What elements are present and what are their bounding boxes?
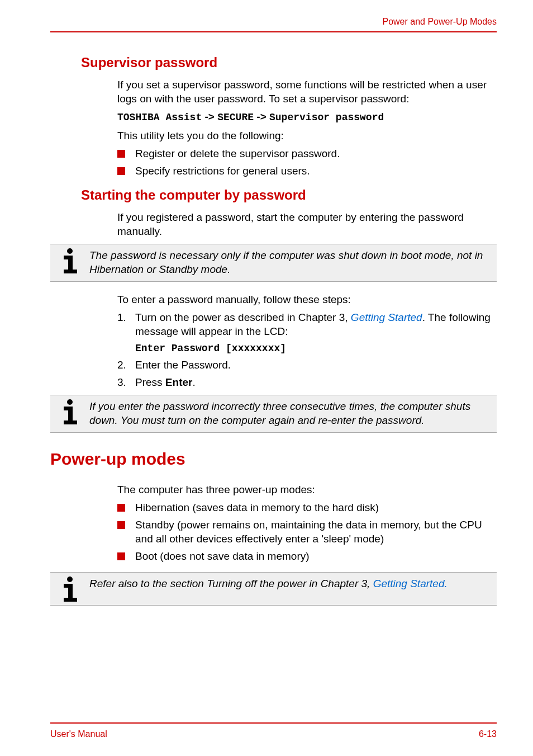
path-arrow-2: -> [254,111,269,122]
supervisor-utility-text: This utility lets you do the following: [117,129,497,143]
svg-rect-10 [68,584,73,598]
info-callout-turning-off: Refer also to the section Turning off th… [50,572,497,606]
supervisor-bullet-list: Register or delete the supervisor passwo… [117,147,497,178]
svg-rect-2 [68,256,73,270]
footer-rule [50,722,497,724]
supervisor-path: TOSHIBA Assist -> SECURE -> Supervisor p… [117,110,497,124]
path-arrow-1: -> [202,111,217,122]
list-item: Enter the Password. [117,358,497,372]
header-section-name: Power and Power-Up Modes [50,17,497,27]
step-text-post: . [192,376,195,388]
step-text-pre: Press [135,376,165,388]
footer-manual-name: User's Manual [50,729,107,739]
list-item: Boot (does not save data in memory) [117,550,497,564]
info-icon [50,248,89,273]
starting-intro-text: If you registered a password, start the … [117,211,497,238]
list-item: Register or delete the supervisor passwo… [117,147,497,161]
power-up-modes-heading: Power-up modes [50,450,497,469]
svg-rect-6 [68,407,73,420]
page-footer: User's Manual 6-13 [50,722,497,739]
footer-page-number: 6-13 [479,729,497,739]
list-item: Press Enter. [117,376,497,390]
callout-text: The password is necessary only if the co… [89,248,491,277]
callout-text-pre: Refer also to the section Turning off th… [89,578,373,589]
info-icon [50,576,89,602]
getting-started-link[interactable]: Getting Started. [373,578,448,589]
info-icon [50,399,89,424]
path-part-3: Supervisor password [269,112,384,123]
list-item: Specify restrictions for general users. [117,164,497,178]
callout-text: If you enter the password incorrectly th… [89,399,491,428]
enter-password-prompt: Enter Password [xxxxxxxx] [135,342,497,355]
step-text-pre: Turn on the power as described in Chapte… [135,311,351,323]
list-item: Turn on the power as described in Chapte… [117,311,497,355]
svg-point-4 [67,399,73,405]
svg-point-0 [67,248,73,254]
list-item: Standby (power remains on, maintaining t… [117,518,497,546]
power-up-bullet-list: Hibernation (saves data in memory to the… [117,501,497,563]
svg-rect-11 [64,598,77,602]
supervisor-intro-text: If you set a supervisor password, some f… [117,78,497,106]
path-part-2: SECURE [217,112,254,123]
callout-text: Refer also to the section Turning off th… [89,576,491,592]
svg-rect-7 [64,420,77,424]
info-callout-boot-mode: The password is necessary only if the co… [50,244,497,281]
path-part-1: TOSHIBA Assist [117,112,202,123]
svg-rect-3 [64,270,77,273]
power-up-intro-text: The computer has three power-up modes: [117,483,497,497]
supervisor-password-heading: Supervisor password [81,55,497,70]
svg-point-8 [67,577,73,582]
info-callout-wrong-password: If you enter the password incorrectly th… [50,395,497,432]
password-steps-list: Turn on the power as described in Chapte… [117,311,497,389]
header-rule [50,31,497,32]
enter-password-steps-text: To enter a password manually, follow the… [117,293,497,307]
getting-started-link[interactable]: Getting Started [351,311,422,323]
list-item: Hibernation (saves data in memory to the… [117,501,497,515]
enter-key: Enter [165,376,193,388]
starting-by-password-heading: Starting the computer by password [81,187,497,203]
